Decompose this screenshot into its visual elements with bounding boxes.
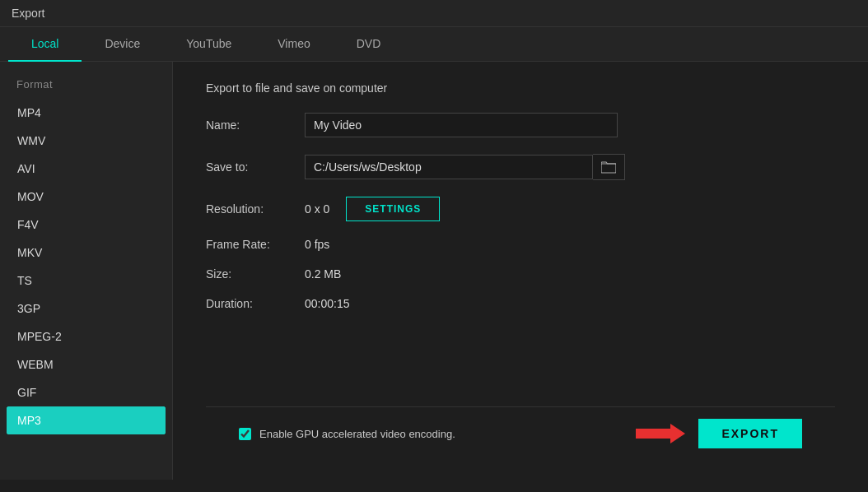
- name-label: Name:: [206, 118, 305, 132]
- folder-browse-button[interactable]: [593, 154, 625, 180]
- gpu-checkbox-row: Enable GPU accelerated video encoding.: [239, 428, 455, 440]
- content-inner: Export to file and save on computer Name…: [206, 81, 835, 406]
- settings-button[interactable]: SETTINGS: [346, 197, 440, 221]
- tab-youtube[interactable]: YouTube: [163, 27, 254, 62]
- sidebar-item-mkv[interactable]: MKV: [0, 239, 172, 267]
- export-area: EXPORT: [636, 419, 802, 448]
- section-title: Export to file and save on computer: [206, 81, 835, 95]
- sidebar-item-mpeg2[interactable]: MPEG-2: [0, 323, 172, 350]
- title-bar: Export: [0, 0, 868, 27]
- save-to-input-group: [305, 154, 625, 180]
- gpu-label: Enable GPU accelerated video encoding.: [259, 428, 455, 440]
- frame-rate-value: 0 fps: [305, 238, 835, 251]
- content-area: Export to file and save on computer Name…: [173, 62, 868, 480]
- svg-rect-0: [601, 164, 616, 173]
- main-area: Format MP4 WMV AVI MOV F4V MKV TS 3GP MP…: [0, 62, 868, 480]
- save-to-label: Save to:: [206, 160, 305, 174]
- sidebar-item-3gp[interactable]: 3GP: [0, 295, 172, 323]
- size-value: 0.2 MB: [305, 267, 835, 281]
- save-to-input[interactable]: [305, 155, 593, 179]
- tabs-row: Local Device YouTube Vimeo DVD: [0, 27, 868, 62]
- export-button[interactable]: EXPORT: [698, 419, 802, 448]
- save-to-field-row: Save to:: [206, 154, 835, 180]
- name-input[interactable]: [305, 113, 618, 137]
- gpu-checkbox[interactable]: [239, 428, 251, 440]
- tab-device[interactable]: Device: [82, 27, 163, 62]
- sidebar-item-mp4[interactable]: MP4: [0, 99, 172, 127]
- sidebar-item-avi[interactable]: AVI: [0, 155, 172, 183]
- title-text: Export: [12, 7, 44, 20]
- sidebar-item-mp3[interactable]: MP3: [7, 406, 166, 434]
- duration-field-row: Duration: 00:00:15: [206, 297, 835, 310]
- format-label: Format: [0, 73, 172, 99]
- sidebar-item-gif[interactable]: GIF: [0, 378, 172, 406]
- sidebar-item-webm[interactable]: WEBM: [0, 350, 172, 378]
- bottom-bar: Enable GPU accelerated video encoding. E…: [206, 406, 835, 460]
- resolution-row: 0 x 0 SETTINGS: [305, 197, 440, 221]
- resolution-field-row: Resolution: 0 x 0 SETTINGS: [206, 197, 835, 221]
- duration-label: Duration:: [206, 297, 305, 310]
- name-field-row: Name:: [206, 113, 835, 137]
- resolution-value: 0 x 0: [305, 202, 329, 216]
- size-label: Size:: [206, 267, 305, 281]
- duration-value: 00:00:15: [305, 297, 835, 310]
- frame-rate-field-row: Frame Rate: 0 fps: [206, 238, 835, 251]
- sidebar: Format MP4 WMV AVI MOV F4V MKV TS 3GP MP…: [0, 62, 173, 480]
- sidebar-item-mov[interactable]: MOV: [0, 183, 172, 211]
- sidebar-item-ts[interactable]: TS: [0, 267, 172, 295]
- size-field-row: Size: 0.2 MB: [206, 267, 835, 281]
- export-arrow-icon: [636, 422, 685, 445]
- resolution-label: Resolution:: [206, 202, 305, 216]
- tab-vimeo[interactable]: Vimeo: [254, 27, 333, 62]
- sidebar-item-f4v[interactable]: F4V: [0, 211, 172, 239]
- frame-rate-label: Frame Rate:: [206, 238, 305, 251]
- tab-dvd[interactable]: DVD: [334, 27, 404, 62]
- svg-marker-1: [636, 424, 685, 443]
- tab-local[interactable]: Local: [8, 27, 82, 62]
- sidebar-item-wmv[interactable]: WMV: [0, 127, 172, 155]
